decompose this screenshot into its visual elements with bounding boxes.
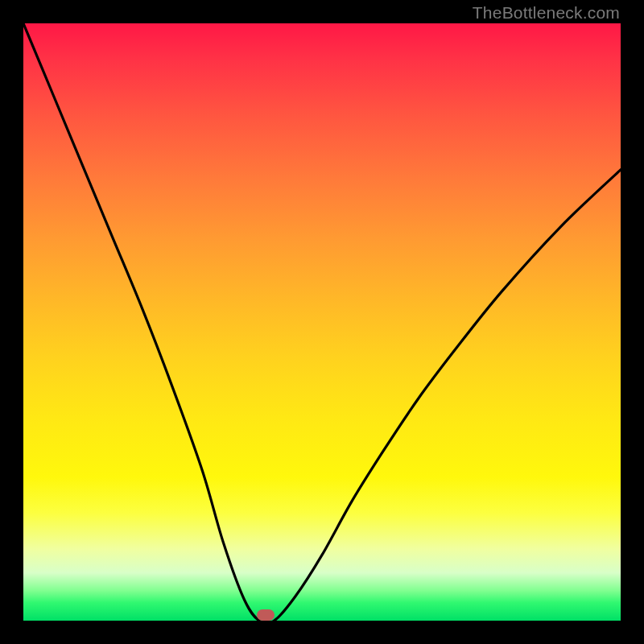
optimal-marker xyxy=(257,609,275,621)
bottleneck-curve xyxy=(23,23,621,621)
watermark-label: TheBottleneck.com xyxy=(473,3,620,23)
chart-frame: TheBottleneck.com xyxy=(0,0,644,644)
curve-svg xyxy=(23,23,621,621)
plot-area xyxy=(23,23,621,621)
